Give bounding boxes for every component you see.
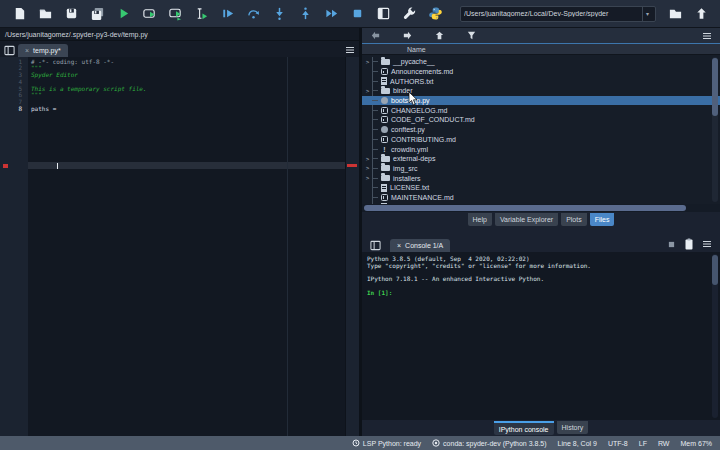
console-options-menu-button[interactable]: [698, 236, 716, 252]
scrollbar-thumb[interactable]: [712, 58, 718, 116]
files-options-menu-button[interactable]: [698, 29, 716, 43]
save-all-icon: [90, 6, 105, 21]
chevron-right-icon[interactable]: >: [364, 59, 371, 65]
interrupt-kernel-button[interactable]: [662, 236, 680, 252]
console-browse-tabs-button[interactable]: [366, 238, 384, 252]
line-number: 7: [0, 99, 28, 106]
line-number: 1: [0, 59, 28, 66]
run-cell-icon: [142, 6, 157, 21]
console-tab[interactable]: × Console 1/A: [390, 239, 450, 252]
new-file-button[interactable]: [6, 3, 32, 25]
editor-options-menu-button[interactable]: [341, 43, 359, 57]
console-prompt[interactable]: In [1]:: [367, 290, 720, 297]
code-area[interactable]: # -*- coding: utf-8 -*- """ Spyder Edito…: [28, 57, 345, 436]
tab-ipython-console[interactable]: IPython console: [494, 421, 554, 435]
step-over-button[interactable]: [240, 3, 266, 25]
file-row[interactable]: Announcements.md: [362, 67, 720, 77]
continue-button[interactable]: [318, 3, 344, 25]
tab-files[interactable]: Files: [590, 213, 615, 226]
tab-variable-explorer[interactable]: Variable Explorer: [495, 213, 558, 226]
step-return-button[interactable]: [292, 3, 318, 25]
file-row[interactable]: CODE_OF_CONDUCT.md: [362, 115, 720, 125]
editor-gutter: 1 2 3 4 5 6 7 8: [0, 57, 28, 436]
save-all-button[interactable]: [84, 3, 110, 25]
tab-plots[interactable]: Plots: [561, 213, 587, 226]
run-selection-button[interactable]: [188, 3, 214, 25]
encoding-status[interactable]: UTF-8: [608, 440, 628, 447]
file-row-external-deps[interactable]: > external-deps: [362, 154, 720, 164]
file-row[interactable]: LICENSE.txt: [362, 183, 720, 193]
preferences-button[interactable]: [396, 3, 422, 25]
cursor-position-status[interactable]: Line 8, Col 9: [558, 440, 597, 447]
inspect-object-button[interactable]: [680, 236, 698, 252]
editor-tab-temp-py[interactable]: × temp.py*: [18, 44, 68, 57]
line-number: 3: [0, 72, 28, 79]
step-into-button[interactable]: [266, 3, 292, 25]
filter-funnel-icon: [466, 30, 477, 41]
scroll-flag-column[interactable]: [345, 57, 359, 436]
run-button[interactable]: [110, 3, 136, 25]
conda-env-icon: [432, 439, 440, 447]
scrollbar-thumb[interactable]: [364, 205, 686, 211]
memory-status[interactable]: Mem 67%: [680, 440, 712, 447]
filter-button[interactable]: [462, 29, 480, 43]
file-row[interactable]: MAINTENANCE.md: [362, 193, 720, 203]
browse-tabs-button[interactable]: [0, 43, 18, 57]
save-icon: [64, 6, 79, 21]
parent-folder-button[interactable]: [430, 29, 448, 43]
file-row-installers[interactable]: > installers: [362, 173, 720, 183]
conda-env-status[interactable]: conda: spyder-dev (Python 3.8.5): [432, 439, 547, 447]
code-line: # -*- coding: utf-8 -*-: [31, 59, 345, 66]
stop-button[interactable]: [344, 3, 370, 25]
file-row[interactable]: AUTHORS.txt: [362, 76, 720, 86]
chevron-right-icon[interactable]: >: [364, 165, 371, 171]
open-file-button[interactable]: [32, 3, 58, 25]
maximize-pane-button[interactable]: [370, 3, 396, 25]
line-number-current: 8: [0, 106, 28, 113]
tab-history[interactable]: History: [557, 421, 589, 434]
folder-icon: [381, 175, 390, 181]
ipython-console[interactable]: Python 3.8.5 (default, Sep 4 2020, 02:22…: [362, 252, 720, 420]
error-flag[interactable]: [347, 164, 357, 167]
pythonpath-button[interactable]: [422, 3, 448, 25]
forward-button[interactable]: [398, 29, 416, 43]
console-vertical-scrollbar[interactable]: [712, 254, 718, 418]
eol-status[interactable]: LF: [639, 440, 647, 447]
files-pane: Name > __pycache__ Announcements.md AUTH…: [362, 44, 720, 212]
file-row[interactable]: ! crowdin.yml: [362, 144, 720, 154]
file-row-img-src[interactable]: > img_src: [362, 164, 720, 174]
working-directory-combobox[interactable]: /Users/juanitagomez/Local/Dev-Spyder/spy…: [460, 6, 656, 22]
chevron-down-icon[interactable]: ▾: [642, 7, 652, 21]
stop-square-icon: [668, 241, 675, 248]
chevron-right-icon[interactable]: >: [364, 175, 371, 181]
parent-directory-button[interactable]: [688, 3, 714, 25]
chevron-right-icon[interactable]: >: [364, 88, 371, 94]
code-line: paths =: [31, 106, 345, 113]
file-row[interactable]: CONTRIBUTING.md: [362, 135, 720, 145]
scrollbar-thumb[interactable]: [712, 255, 718, 285]
options-menu-icon: [345, 46, 355, 54]
permissions-status[interactable]: RW: [658, 440, 670, 447]
file-row[interactable]: CHANGELOG.md: [362, 105, 720, 115]
python-file-icon: [381, 97, 388, 104]
run-cell-advance-button[interactable]: [162, 3, 188, 25]
code-editor[interactable]: 1 2 3 4 5 6 7 8 # -*- coding: utf-8 -*- …: [0, 57, 359, 436]
debug-file-button[interactable]: [214, 3, 240, 25]
main-toolbar: /Users/juanitagomez/Local/Dev-Spyder/spy…: [0, 0, 720, 28]
code-line: This is a temporary script file.: [31, 86, 345, 93]
new-file-icon: [12, 6, 27, 21]
chevron-right-icon[interactable]: >: [364, 156, 371, 162]
files-horizontal-scrollbar[interactable]: [362, 204, 720, 212]
tab-help[interactable]: Help: [468, 213, 492, 226]
save-button[interactable]: [58, 3, 84, 25]
close-icon[interactable]: ×: [25, 47, 29, 54]
files-column-header[interactable]: Name: [362, 44, 720, 55]
browse-working-directory-button[interactable]: [662, 3, 688, 25]
run-cell-button[interactable]: [136, 3, 162, 25]
lsp-status[interactable]: LSP Python: ready: [352, 439, 421, 447]
files-vertical-scrollbar[interactable]: [712, 57, 718, 202]
file-row[interactable]: conftest.py: [362, 125, 720, 135]
file-row-pycache[interactable]: > __pycache__: [362, 57, 720, 67]
back-button[interactable]: [366, 29, 384, 43]
close-icon[interactable]: ×: [397, 242, 401, 249]
